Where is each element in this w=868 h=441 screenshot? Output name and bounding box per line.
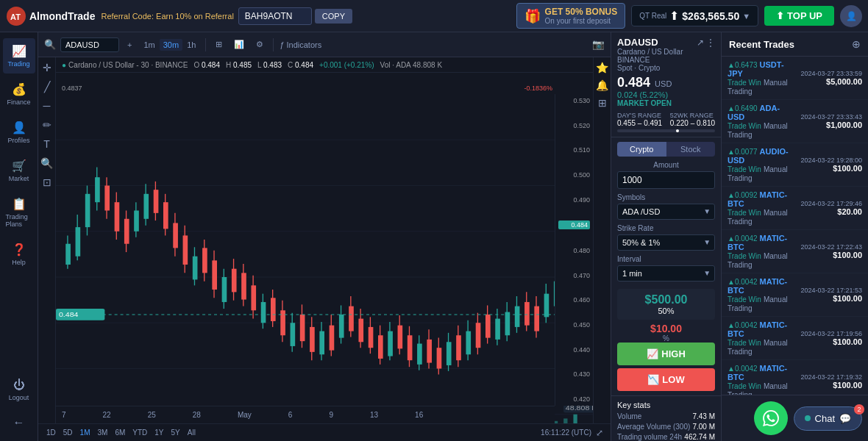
add-indicator-btn[interactable]: +	[124, 38, 135, 51]
rt-amount-1: $1,000.00	[800, 121, 862, 129]
crosshair-tool[interactable]: ✛	[41, 60, 53, 75]
avatar[interactable]: 👤	[840, 5, 862, 27]
expand-tool[interactable]: ⊞	[597, 96, 608, 110]
logo-icon: AT	[6, 6, 26, 26]
loss-display: $10.00 %	[617, 323, 715, 343]
interval-select[interactable]: 1 min	[617, 265, 715, 282]
btf-6m[interactable]: 6M	[113, 428, 127, 437]
fullscreen-btn[interactable]: ⤢	[594, 426, 605, 440]
sidebar-item-logout[interactable]: ⏻ Logout	[3, 373, 35, 407]
panel-price: 0.484	[617, 75, 650, 90]
whatsapp-button[interactable]	[754, 401, 788, 435]
sidebar-label-finance: Finance	[7, 98, 30, 106]
cat-tab-stock[interactable]: Stock	[666, 142, 716, 157]
trend-tool[interactable]: ╱	[43, 79, 51, 94]
strike-select[interactable]: 50% & 1%	[617, 234, 715, 251]
price-0420: 0.420	[558, 395, 590, 403]
low-chart-icon: 📉	[647, 374, 659, 385]
chart-type-btn[interactable]: ⊞	[212, 37, 226, 51]
sidebar-item-trading[interactable]: 📈 Trading	[3, 38, 35, 74]
sidebar-item-market[interactable]: 🛒 Market	[3, 153, 35, 188]
svg-rect-170	[563, 418, 567, 423]
sidebar-item-profiles[interactable]: 👤 Profiles	[3, 115, 35, 150]
svg-rect-26	[143, 194, 149, 219]
btf-all[interactable]: All	[185, 428, 198, 437]
strike-select-container: 50% & 1% ▼	[617, 234, 715, 255]
symbol-input[interactable]	[60, 37, 119, 52]
rt-item-4: ▲0.0042 MATIC-BTC Trade Win Manual Tradi…	[722, 230, 868, 273]
rt-left-2: ▲0.0077 AUDIO-USD Trade Win Manual Tradi…	[728, 147, 796, 182]
rt-amount-0: $5,000.00	[800, 77, 862, 86]
tl-7: 7	[62, 411, 66, 419]
referral-code-box: COPY	[238, 7, 352, 25]
draw-tool[interactable]: ✏	[41, 118, 53, 132]
sidebar-item-trading-plans[interactable]: 📋 Trading Plans	[3, 191, 35, 234]
cat-tab-crypto[interactable]: Crypto	[617, 142, 666, 157]
btf-1d[interactable]: 1D	[44, 428, 58, 437]
header: AT AlmondTrade Referral Code: Earn 10% o…	[0, 0, 868, 32]
ohlc-low: 0.483	[263, 61, 282, 69]
payout-amount: $500.00	[622, 293, 711, 306]
referral-area: Referral Code: Earn 10% on Referral COPY	[101, 7, 510, 25]
chat-badge: 2	[854, 404, 864, 415]
text-tool[interactable]: T	[42, 137, 51, 151]
btf-1y[interactable]: 1Y	[152, 428, 166, 437]
tf-1h[interactable]: 1h	[183, 39, 199, 51]
category-tabs: Crypto Stock	[617, 142, 715, 157]
alert-tool[interactable]: 🔔	[594, 78, 610, 93]
symbol-select[interactable]: ADA /USD	[617, 204, 715, 220]
ohlc-open: 0.484	[202, 61, 220, 69]
rt-amount-4: $100.00	[800, 251, 862, 259]
copy-button[interactable]: COPY	[315, 9, 352, 24]
sidebar-item-back[interactable]: ←	[3, 410, 35, 435]
rt-right-6: 2024-03-22 17:19:56 $100.00	[800, 330, 862, 346]
btf-3m[interactable]: 3M	[96, 428, 110, 437]
bookmark-tool[interactable]: ⭐	[594, 60, 610, 75]
chart-right-tools: ⭐ 🔔 ⊞	[593, 57, 611, 423]
screenshot-button[interactable]: 📷	[592, 39, 605, 50]
tf-1m[interactable]: 1m	[140, 39, 158, 51]
zoom-tool[interactable]: 🔍	[39, 156, 54, 171]
topup-label: TOP UP	[787, 10, 822, 21]
price-0480: 0.480	[558, 247, 590, 254]
svg-rect-50	[261, 302, 266, 323]
horizontal-tool[interactable]: ─	[42, 98, 52, 113]
btf-1m[interactable]: 1M	[78, 428, 93, 437]
stats-val-avg-volume: 7.00 M	[692, 423, 715, 431]
sidebar-item-finance[interactable]: 💰 Finance	[3, 76, 35, 112]
referral-code-input[interactable]	[238, 7, 312, 25]
logo: AT AlmondTrade	[6, 6, 95, 26]
sidebar-item-help[interactable]: ❓ Help	[3, 237, 35, 272]
chart-style-btn[interactable]: 📊	[230, 37, 248, 51]
panel-menu[interactable]: ⋮	[706, 37, 715, 48]
recent-trades-close[interactable]: ⊕	[852, 38, 861, 50]
stats-row-volume: Volume 7.43 M	[617, 412, 715, 420]
price-scale: 0.530 0.520 0.510 0.500 0.490 0.484 0.48…	[555, 94, 593, 406]
panel-external-link[interactable]: ↗	[697, 37, 704, 48]
btf-5d[interactable]: 5D	[61, 428, 75, 437]
indicators-button[interactable]: ƒ Indicators	[280, 40, 321, 49]
chart-title: Cardano / US Dollar - 30 · BINANCE	[68, 61, 188, 69]
key-stats-title: Key stats	[617, 401, 715, 409]
logout-icon: ⏻	[13, 379, 25, 392]
svg-rect-12	[76, 227, 81, 257]
btf-5y[interactable]: 5Y	[169, 428, 182, 437]
chart-settings-btn[interactable]: ⚙	[252, 37, 267, 51]
tf-30m[interactable]: 30m	[160, 39, 182, 51]
svg-rect-10	[65, 244, 71, 265]
left-sidebar: 📈 Trading 💰 Finance 👤 Profiles 🛒 Market …	[0, 32, 38, 441]
btf-ytd[interactable]: YTD	[130, 428, 149, 437]
svg-rect-56	[291, 323, 296, 346]
rt-right-0: 2024-03-27 23:33:59 $5,000.00	[800, 70, 862, 86]
rt-arrow-4: ▲0.0042	[728, 234, 757, 243]
low-button[interactable]: 📉 LOW	[617, 368, 715, 391]
topup-button[interactable]: ⬆ TOP UP	[764, 6, 834, 26]
price-indicator-change: -0.1836%	[524, 85, 552, 92]
high-button[interactable]: 📈 HIGH	[617, 343, 715, 365]
symbols-label: Symbols	[617, 193, 715, 201]
chat-button[interactable]: Chat 💬 2	[794, 406, 862, 431]
measure-tool[interactable]: ⊡	[41, 175, 53, 190]
amount-input[interactable]	[617, 171, 715, 189]
ohlc-change: +0.001 (+0.21%)	[319, 61, 374, 69]
interval-select-container: 1 min ▼	[617, 265, 715, 286]
